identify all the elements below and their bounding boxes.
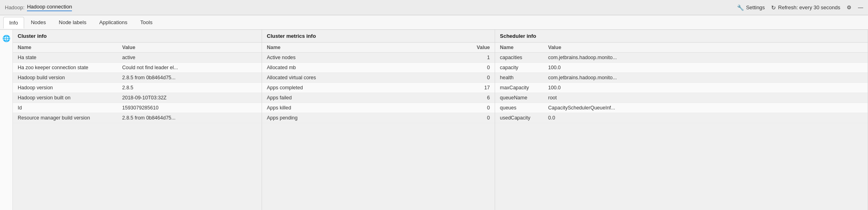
cluster-info-col-value: Value	[117, 43, 262, 53]
cell-value: 0.0	[543, 113, 868, 123]
cell-value: com.jetbrains.hadoop.monito...	[543, 73, 868, 83]
scheduler-info-header: Scheduler info	[495, 30, 868, 43]
table-row: queuesCapacitySchedulerQueueInf...	[495, 103, 868, 113]
cell-name: Apps failed	[262, 93, 440, 103]
refresh-label: Refresh: every 30 seconds	[778, 4, 840, 10]
cell-name: capacities	[495, 53, 543, 63]
main-content: 🌐 Cluster info Name Value Ha stateactive…	[0, 30, 868, 210]
nav-tab-info[interactable]: Info	[3, 17, 24, 29]
cell-name: queues	[495, 103, 543, 113]
cluster-metrics-header: Cluster metrics info	[262, 30, 495, 43]
scheduler-info-section: Scheduler info Name Value capacitiescom.…	[495, 30, 868, 210]
settings-label: Settings	[746, 4, 765, 10]
tables-container: Cluster info Name Value Ha stateactiveHa…	[13, 30, 868, 210]
wrench-icon: 🔧	[737, 4, 744, 11]
minimize-icon: —	[858, 4, 863, 10]
nav-tab-node-labels[interactable]: Node labels	[53, 16, 92, 28]
table-row: maxCapacity100.0	[495, 83, 868, 93]
globe-icon: 🌐	[2, 35, 10, 42]
table-row: Hadoop build version2.8.5 from 0b8464d75…	[13, 73, 262, 83]
cell-value: active	[117, 53, 262, 63]
table-row: Apps killed0	[262, 103, 495, 113]
cell-name: maxCapacity	[495, 83, 543, 93]
cell-value: CapacitySchedulerQueueInf...	[543, 103, 868, 113]
cell-name: Hadoop version	[13, 83, 117, 93]
cell-name: Ha zoo keeper connection state	[13, 63, 117, 73]
section-icon-area: 🌐	[0, 30, 13, 210]
cell-value: 1	[440, 53, 495, 63]
cell-value: 6	[440, 93, 495, 103]
scheduler-info-table: Name Value capacitiescom.jetbrains.hadoo…	[495, 43, 868, 123]
metrics-col-value: Value	[440, 43, 495, 53]
table-row: Allocated mb0	[262, 63, 495, 73]
cell-name: health	[495, 73, 543, 83]
cell-value: Could not find leader el...	[117, 63, 262, 73]
table-row: Apps pending0	[262, 113, 495, 123]
metrics-col-name: Name	[262, 43, 440, 53]
title-bar: Hadoop: Hadoop connection 🔧 Settings ↻ R…	[0, 0, 868, 15]
cell-name: Id	[13, 103, 117, 113]
cell-value: root	[543, 93, 868, 103]
table-row: Ha zoo keeper connection stateCould not …	[13, 63, 262, 73]
table-row: capacitiescom.jetbrains.hadoop.monito...	[495, 53, 868, 63]
nav-tab-nodes[interactable]: Nodes	[25, 16, 52, 28]
title-prefix: Hadoop:	[5, 4, 25, 10]
table-row: Id1593079285610	[13, 103, 262, 113]
cell-name: Ha state	[13, 53, 117, 63]
title-bar-left: Hadoop: Hadoop connection	[5, 4, 72, 11]
cell-value: 100.0	[543, 63, 868, 73]
nav-tabs: InfoNodesNode labelsApplicationsTools	[0, 15, 868, 30]
table-row: Ha stateactive	[13, 53, 262, 63]
table-row: Hadoop version2.8.5	[13, 83, 262, 93]
cell-value: 0	[440, 73, 495, 83]
cell-name: Allocated mb	[262, 63, 440, 73]
gear-icon: ⚙	[847, 4, 852, 10]
cluster-info-header: Cluster info	[13, 30, 262, 43]
minimize-button[interactable]: —	[858, 4, 863, 10]
cell-value: 100.0	[543, 83, 868, 93]
table-row: capacity100.0	[495, 63, 868, 73]
cell-value: 0	[440, 113, 495, 123]
cell-name: Apps pending	[262, 113, 440, 123]
cell-name: capacity	[495, 63, 543, 73]
cell-value: com.jetbrains.hadoop.monito...	[543, 53, 868, 63]
table-row: Hadoop version built on2018-09-10T03:32Z	[13, 93, 262, 103]
scheduler-col-value: Value	[543, 43, 868, 53]
cell-name: usedCapacity	[495, 113, 543, 123]
cell-value: 1593079285610	[117, 103, 262, 113]
scheduler-col-name: Name	[495, 43, 543, 53]
settings-button[interactable]: 🔧 Settings	[737, 4, 765, 11]
cell-name: Apps killed	[262, 103, 440, 113]
gear-button[interactable]: ⚙	[847, 4, 852, 10]
cell-name: Hadoop version built on	[13, 93, 117, 103]
table-row: Apps completed17	[262, 83, 495, 93]
cell-name: Apps completed	[262, 83, 440, 93]
table-row: Active nodes1	[262, 53, 495, 63]
cluster-info-table: Name Value Ha stateactiveHa zoo keeper c…	[13, 43, 262, 123]
cell-name: queueName	[495, 93, 543, 103]
cell-value: 0	[440, 103, 495, 113]
cell-name: Resource manager build version	[13, 113, 117, 123]
title-active-tab[interactable]: Hadoop connection	[27, 4, 72, 11]
cluster-metrics-section: Cluster metrics info Name Value Active n…	[262, 30, 495, 210]
table-row: Allocated virtual cores0	[262, 73, 495, 83]
title-bar-right: 🔧 Settings ↻ Refresh: every 30 seconds ⚙…	[737, 4, 863, 11]
nav-tab-applications[interactable]: Applications	[93, 16, 133, 28]
cell-value: 0	[440, 63, 495, 73]
table-row: Apps failed6	[262, 93, 495, 103]
cluster-info-section: Cluster info Name Value Ha stateactiveHa…	[13, 30, 262, 210]
nav-tab-tools[interactable]: Tools	[134, 16, 158, 28]
table-row: usedCapacity0.0	[495, 113, 868, 123]
cell-name: Hadoop build version	[13, 73, 117, 83]
cell-value: 2.8.5	[117, 83, 262, 93]
table-row: Resource manager build version2.8.5 from…	[13, 113, 262, 123]
table-row: queueNameroot	[495, 93, 868, 103]
cell-value: 2018-09-10T03:32Z	[117, 93, 262, 103]
cluster-metrics-table: Name Value Active nodes1Allocated mb0All…	[262, 43, 495, 123]
refresh-button[interactable]: ↻ Refresh: every 30 seconds	[771, 4, 840, 11]
cell-value: 17	[440, 83, 495, 93]
cell-value: 2.8.5 from 0b8464d75...	[117, 113, 262, 123]
cluster-info-col-name: Name	[13, 43, 117, 53]
refresh-icon: ↻	[771, 4, 776, 11]
cell-name: Allocated virtual cores	[262, 73, 440, 83]
